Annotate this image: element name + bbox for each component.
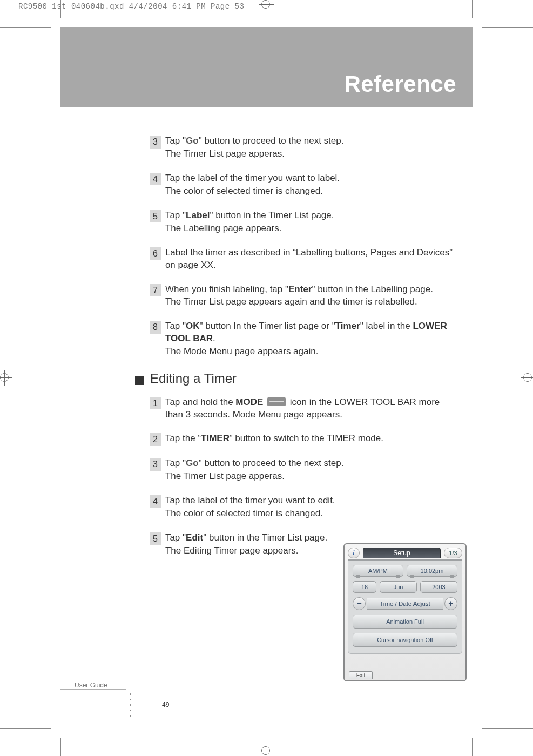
- step-number-badge: 4: [150, 495, 161, 508]
- crop-mark: [0, 728, 51, 729]
- crop-mark: [60, 738, 61, 756]
- exit-button[interactable]: Exit: [349, 671, 373, 679]
- crop-mark: [472, 738, 473, 756]
- b-step-1: 1 Tap and hold the MODE icon in the LOWE…: [150, 396, 457, 421]
- divider: [60, 689, 126, 690]
- day-button[interactable]: 16: [353, 581, 376, 593]
- step-number-badge: 7: [150, 284, 161, 297]
- step-number-badge: 1: [150, 397, 161, 410]
- step-number-badge: 6: [150, 247, 161, 260]
- device-header: i Setup 1/3: [345, 544, 465, 559]
- user-guide-label: User Guide: [75, 681, 107, 689]
- step-3: 3 Tap "Go" button to proceed to the next…: [150, 135, 457, 160]
- square-bullet-icon: [135, 376, 144, 385]
- slugline-underline: [172, 12, 203, 12]
- b-step-2: 2 Tap the “TIMER” button to switch to th…: [150, 433, 457, 446]
- device-body: AM/PM 10:02pm 16 Jun 2003 − Time / Date …: [348, 559, 462, 654]
- plus-button[interactable]: +: [444, 597, 457, 610]
- crop-mark: [60, 0, 61, 18]
- crop-mark: [472, 0, 473, 18]
- step-text: Tap the label of the timer you want to e…: [165, 495, 357, 520]
- step-number-badge: 2: [150, 433, 161, 446]
- animation-button[interactable]: Animation Full: [353, 615, 457, 629]
- info-icon[interactable]: i: [348, 548, 360, 558]
- crop-mark: [482, 27, 533, 28]
- step-text: Tap the label of the timer you want to l…: [165, 172, 457, 198]
- section-title: Editing a Timer: [150, 370, 237, 387]
- step-text: Tap "Go" button to proceed to the next s…: [165, 135, 457, 160]
- crop-mark: [0, 27, 51, 28]
- step-text: Tap "Go" button to proceed to the next s…: [165, 457, 457, 483]
- registration-mark-icon: [0, 370, 12, 386]
- prepress-slugline: RC9500 1st 040604b.qxd 4/4/2004 6:41 PM …: [18, 2, 244, 11]
- crop-mark: [482, 728, 533, 729]
- step-6: 6 Label the timer as described in “Label…: [150, 247, 457, 272]
- page-number: 49: [162, 701, 169, 708]
- main-content: 3 Tap "Go" button to proceed to the next…: [150, 135, 457, 569]
- step-4: 4 Tap the label of the timer you want to…: [150, 172, 457, 198]
- step-text: Tap "Label" button in the Timer List pag…: [165, 210, 457, 235]
- device-screenshot-setup: i Setup 1/3 AM/PM 10:02pm 16 Jun 2003 − …: [343, 543, 467, 681]
- registration-mark-icon: [521, 370, 533, 386]
- mode-icon: [267, 397, 286, 406]
- registration-mark-icon: [259, 744, 274, 756]
- step-text: Label the timer as described in “Labelli…: [165, 247, 457, 272]
- step-number-badge: 4: [150, 173, 161, 186]
- time-date-adjust-label: Time / Date Adjust: [367, 598, 443, 610]
- slugline-underline: [204, 12, 211, 12]
- section-heading-editing-timer: Editing a Timer: [135, 370, 457, 387]
- step-text: Tap the “TIMER” button to switch to the …: [165, 433, 457, 445]
- step-number-badge: 3: [150, 458, 161, 471]
- setup-tab[interactable]: Setup: [363, 548, 441, 558]
- step-number-badge: 5: [150, 532, 161, 545]
- b-step-3: 3 Tap "Go" button to proceed to the next…: [150, 457, 457, 483]
- step-number-badge: 8: [150, 321, 161, 334]
- b-step-4: 4 Tap the label of the timer you want to…: [150, 495, 457, 520]
- step-text: Tap "Edit" button in the Timer List page…: [165, 532, 357, 557]
- page-indicator: 1/3: [444, 548, 462, 558]
- time-button[interactable]: 10:02pm: [407, 565, 457, 577]
- minus-button[interactable]: −: [353, 597, 366, 610]
- step-8: 8 Tap "OK" button In the Timer list page…: [150, 320, 457, 358]
- step-7: 7 When you finish labeling, tap "Enter" …: [150, 284, 457, 309]
- step-text: When you finish labeling, tap "Enter" bu…: [165, 284, 457, 309]
- page-title: Reference: [344, 71, 456, 97]
- year-button[interactable]: 2003: [420, 581, 457, 593]
- cursor-nav-button[interactable]: Cursor navigation Off: [353, 633, 457, 647]
- decorative-dots-icon: [130, 693, 132, 720]
- header-banner: Reference: [60, 27, 473, 107]
- step-number-badge: 5: [150, 210, 161, 223]
- column-divider: [126, 107, 126, 689]
- step-text: Tap "OK" button In the Timer list page o…: [165, 320, 457, 358]
- step-number-badge: 3: [150, 136, 161, 148]
- step-text: Tap and hold the MODE icon in the LOWER …: [165, 396, 457, 421]
- registration-mark-icon: [259, 0, 274, 12]
- ampm-button[interactable]: AM/PM: [353, 565, 403, 577]
- step-5: 5 Tap "Label" button in the Timer List p…: [150, 210, 457, 235]
- month-button[interactable]: Jun: [380, 581, 417, 593]
